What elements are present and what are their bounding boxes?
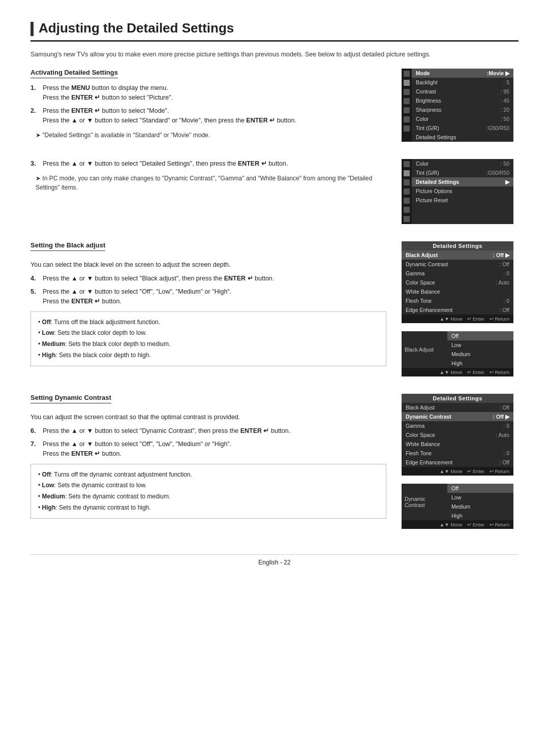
bullet-off: Off: Turns off the black adjustment func… xyxy=(38,317,379,328)
step3-section: 3. Press the ▲ or ▼ button to select "De… xyxy=(30,159,518,229)
tv5-row-dyncontrast: Dynamic Contrast : Off ▶ xyxy=(402,412,513,421)
tv2-row-color: Color : 50 xyxy=(412,159,513,168)
dynamic-contrast-left: Setting Dynamic Contrast You can adjust … xyxy=(30,394,386,534)
tv-screen-1: Mode :Movie ▶ Backlight : 5 Contrast : 9… xyxy=(402,69,513,142)
black-adjust-desc: You can select the black level on the sc… xyxy=(30,260,386,270)
tv-left-bar-2 xyxy=(402,159,412,224)
tv-screen-3: Detailed Settings Black Adjust : Off ▶ D… xyxy=(402,241,513,323)
dynamic-contrast-title: Setting Dynamic Contrast xyxy=(30,394,111,403)
dropdown-dynamic-high: High xyxy=(447,511,513,520)
dynamic-contrast-bullets: Off: Turns off the dynamic contrast adju… xyxy=(30,464,386,519)
tv-row-color: Color : 50 xyxy=(412,114,513,123)
tv-row-backlight: Backlight : 5 xyxy=(412,78,513,87)
activating-title: Activating Detailed Settings xyxy=(30,69,118,78)
step-1: 1. Press the MENU button to display the … xyxy=(30,83,386,103)
tv-screen-5-title: Detailed Settings xyxy=(402,394,513,403)
tv2-icon-5 xyxy=(404,198,410,204)
tv2-row-blank3 xyxy=(412,211,513,214)
dropdown-black-low: Low xyxy=(447,340,513,350)
dynamic-contrast-section: Setting Dynamic Contrast You can adjust … xyxy=(30,394,518,534)
tv2-icon-7 xyxy=(404,216,410,222)
tv-screen-3-title: Detailed Settings xyxy=(402,241,513,250)
tv5-row-colorspace: Color Space : Auto xyxy=(402,430,513,439)
dc-bullet-off: Off: Turns off the dynamic contrast adju… xyxy=(38,469,379,481)
step-5-content: Press the ▲ or ▼ button to select "Off",… xyxy=(43,287,386,306)
tv2-icon-2 xyxy=(404,170,410,176)
dc-bullet-low: Low: Sets the dynamic contrast to low. xyxy=(38,480,379,491)
page-footer: English - 22 xyxy=(30,554,518,566)
step-3-content: Press the ▲ or ▼ button to select "Detai… xyxy=(43,159,386,169)
step-6-num: 6. xyxy=(30,426,39,436)
step-3: 3. Press the ▲ or ▼ button to select "De… xyxy=(30,159,386,169)
dc-bullet-high: High: Sets the dynamic contrast to high. xyxy=(38,502,379,514)
tv-row-contrast: Contrast : 95 xyxy=(412,87,513,96)
dropdown-black-high: High xyxy=(447,359,513,368)
black-adjust-right: Detailed Settings Black Adjust : Off ▶ D… xyxy=(402,241,518,382)
dynamic-contrast-right: Detailed Settings Black Adjust : Off Dyn… xyxy=(402,394,518,534)
step-6: 6. Press the ▲ or ▼ button to select "Dy… xyxy=(30,426,386,436)
black-adjust-section: Setting the Black adjust You can select … xyxy=(30,241,518,382)
tv5-footer: ▲▼ Move ↵ Enter ↩ Return xyxy=(402,467,513,476)
activating-right: Mode :Movie ▶ Backlight : 5 Contrast : 9… xyxy=(402,69,518,147)
tv3-row-fleshtone: Flesh Tone : 0 xyxy=(402,296,513,305)
tv2-row-detailed: Detailed Settings ▶ xyxy=(412,177,513,186)
tv-row-sharpness: Sharpness : 20 xyxy=(412,105,513,114)
dropdown-dynamic-options: Off Low Medium High xyxy=(447,484,513,520)
dropdown-dynamic-medium: Medium xyxy=(447,502,513,511)
tv-row-mode: Mode :Movie ▶ xyxy=(412,69,513,78)
tv2-row-options: Picture Options xyxy=(412,186,513,196)
tv-row-tint: Tint (G/R) :G50/R50 xyxy=(412,123,513,133)
black-adjust-left: Setting the Black adjust You can select … xyxy=(30,241,386,382)
step-7: 7. Press the ▲ or ▼ button to select "Of… xyxy=(30,439,386,459)
step-7-num: 7. xyxy=(30,439,39,459)
tv-left-bar-1 xyxy=(402,69,412,142)
black-adjust-bullets: Off: Turns off the black adjustment func… xyxy=(30,311,386,366)
step-5-num: 5. xyxy=(30,287,39,306)
tv5-row-edge: Edge Enhancement : Off xyxy=(402,458,513,467)
tv-icon-4 xyxy=(404,98,410,104)
tv-icon-3 xyxy=(404,89,410,95)
tv2-icon-6 xyxy=(404,207,410,213)
dropdown-black-options: Off Low Medium High xyxy=(447,331,513,368)
step-2-content: Press the ENTER ↵ button to select "Mode… xyxy=(43,106,386,125)
step-1-content: Press the MENU button to display the men… xyxy=(43,83,386,103)
tv5-row-black: Black Adjust : Off xyxy=(402,403,513,412)
tv2-row-reset: Picture Reset xyxy=(412,196,513,205)
dropdown-dynamic-label: Dynamic Contrast xyxy=(402,484,447,520)
step3-right: Color : 50 Tint (G/R) :G50/R50 Detailed … xyxy=(402,159,518,229)
tv-dropdown-dynamic: Dynamic Contrast Off Low Medium High ▲▼ … xyxy=(402,484,513,529)
tv-menu-3: Black Adjust : Off ▶ Dynamic Contrast : … xyxy=(402,250,513,314)
tv-menu-1: Mode :Movie ▶ Backlight : 5 Contrast : 9… xyxy=(412,69,513,142)
dropdown-dynamic-footer: ▲▼ Move ↵ Enter ↩ Return xyxy=(402,520,513,529)
tv-screen-5: Detailed Settings Black Adjust : Off Dyn… xyxy=(402,394,513,476)
step-6-content: Press the ▲ or ▼ button to select "Dynam… xyxy=(43,426,386,436)
black-adjust-title: Setting the Black adjust xyxy=(30,241,105,251)
tv3-row-edge: Edge Enhancement : Off xyxy=(402,305,513,314)
tv-icon-6 xyxy=(404,116,410,122)
step3-note: In PC mode, you can only make changes to… xyxy=(36,174,386,192)
step-5: 5. Press the ▲ or ▼ button to select "Of… xyxy=(30,287,386,306)
activating-note: "Detailed Settings" is available in "Sta… xyxy=(36,131,386,140)
tv3-row-colorspace: Color Space : Auto xyxy=(402,278,513,287)
dropdown-dynamic-low: Low xyxy=(447,493,513,502)
tv2-icon-3 xyxy=(404,179,410,185)
tv3-row-whitebal: White Balance xyxy=(402,287,513,296)
footer-text: English - 22 xyxy=(258,559,290,566)
tv-menu-2: Color : 50 Tint (G/R) :G50/R50 Detailed … xyxy=(412,159,513,224)
tv2-row-tint: Tint (G/R) :G50/R50 xyxy=(412,168,513,177)
activating-left: Activating Detailed Settings 1. Press th… xyxy=(30,69,386,147)
bullet-low: Low: Sets the black color depth to low. xyxy=(38,328,379,339)
intro-text: Samsung's new TVs allow you to make even… xyxy=(30,50,518,59)
dropdown-black-off: Off xyxy=(447,331,513,340)
step-4: 4. Press the ▲ or ▼ button to select "Bl… xyxy=(30,274,386,284)
activating-section: Activating Detailed Settings 1. Press th… xyxy=(30,69,518,147)
dc-bullet-medium: Medium: Sets the dynamic contrast to med… xyxy=(38,491,379,502)
tv-icon-2 xyxy=(404,80,410,86)
bullet-high: High: Sets the black color depth to high… xyxy=(38,350,379,361)
tv-row-brightness: Brightness : 45 xyxy=(412,96,513,105)
page-title: Adjusting the Detailed Settings xyxy=(30,20,518,42)
tv-icon-7 xyxy=(404,125,410,132)
tv-dropdown-black: Black Adjust Off Low Medium High ▲▼ Move… xyxy=(402,331,513,376)
tv3-row-black: Black Adjust : Off ▶ xyxy=(402,250,513,260)
tv2-icon-4 xyxy=(404,188,410,195)
